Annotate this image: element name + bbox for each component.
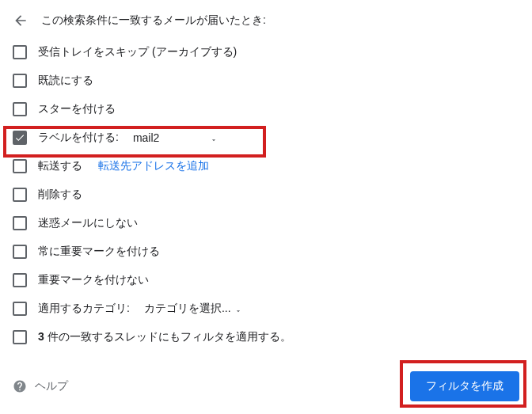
caret-down-icon bbox=[210, 134, 218, 142]
label-skip-inbox: 受信トレイをスキップ (アーカイブする) bbox=[38, 45, 237, 59]
apply-label-select[interactable]: mail2 bbox=[133, 131, 218, 144]
label-apply-label: ラベルを付ける: bbox=[38, 131, 119, 145]
label-delete: 削除する bbox=[38, 188, 82, 202]
option-also-apply: 3 件の一致するスレッドにもフィルタを適用する。 bbox=[0, 323, 532, 351]
checkbox-never-important[interactable] bbox=[13, 273, 27, 287]
label-forward: 転送する bbox=[38, 159, 82, 173]
checkbox-also-apply[interactable] bbox=[13, 330, 27, 344]
help-icon bbox=[13, 379, 27, 393]
option-apply-label: ラベルを付ける: mail2 bbox=[0, 123, 532, 152]
apply-category-select[interactable]: カテゴリを選択... bbox=[144, 302, 242, 316]
add-forward-address-link[interactable]: 転送先アドレスを追加 bbox=[98, 159, 209, 173]
also-apply-suffix: 件の一致するスレッドにもフィルタを適用する。 bbox=[44, 330, 291, 343]
option-skip-inbox: 受信トレイをスキップ (アーカイブする) bbox=[0, 38, 532, 66]
apply-label-value: mail2 bbox=[133, 131, 159, 144]
option-always-important: 常に重要マークを付ける bbox=[0, 237, 532, 266]
label-apply-category: 適用するカテゴリ: bbox=[38, 302, 130, 316]
checkbox-skip-inbox[interactable] bbox=[13, 45, 27, 59]
checkbox-never-spam[interactable] bbox=[13, 216, 27, 230]
option-mark-read: 既読にする bbox=[0, 66, 532, 95]
option-forward: 転送する 転送先アドレスを追加 bbox=[0, 152, 532, 180]
label-never-spam: 迷惑メールにしない bbox=[38, 216, 138, 230]
checkbox-delete[interactable] bbox=[13, 188, 27, 202]
option-delete: 削除する bbox=[0, 180, 532, 209]
create-filter-button[interactable]: フィルタを作成 bbox=[410, 371, 519, 401]
checkbox-apply-label[interactable] bbox=[13, 131, 27, 145]
match-count: 3 bbox=[38, 330, 44, 343]
checkbox-star[interactable] bbox=[13, 102, 27, 116]
back-arrow-icon[interactable] bbox=[13, 13, 28, 28]
filter-options-list: 受信トレイをスキップ (アーカイブする) 既読にする スターを付ける ラベルを付… bbox=[0, 35, 532, 351]
label-mark-read: 既読にする bbox=[38, 74, 93, 88]
label-star: スターを付ける bbox=[38, 102, 116, 116]
checkbox-apply-category[interactable] bbox=[13, 302, 27, 316]
help-label: ヘルプ bbox=[35, 379, 68, 393]
option-never-important: 重要マークを付けない bbox=[0, 266, 532, 294]
label-also-apply: 3 件の一致するスレッドにもフィルタを適用する。 bbox=[38, 330, 291, 344]
caret-down-icon bbox=[234, 305, 242, 313]
checkbox-forward[interactable] bbox=[13, 159, 27, 173]
option-never-spam: 迷惑メールにしない bbox=[0, 209, 532, 237]
label-never-important: 重要マークを付けない bbox=[38, 273, 149, 287]
header-title: この検索条件に一致するメールが届いたとき: bbox=[41, 13, 266, 28]
checkbox-mark-read[interactable] bbox=[13, 74, 27, 88]
checkbox-always-important[interactable] bbox=[13, 245, 27, 259]
option-apply-category: 適用するカテゴリ: カテゴリを選択... bbox=[0, 294, 532, 323]
option-star: スターを付ける bbox=[0, 95, 532, 123]
label-always-important: 常に重要マークを付ける bbox=[38, 245, 160, 259]
apply-category-value: カテゴリを選択... bbox=[144, 302, 231, 316]
help-link[interactable]: ヘルプ bbox=[13, 379, 68, 393]
